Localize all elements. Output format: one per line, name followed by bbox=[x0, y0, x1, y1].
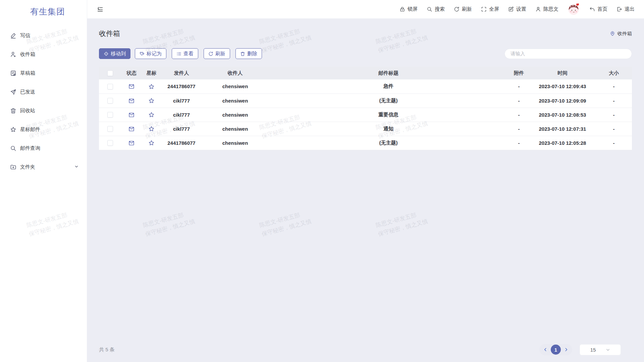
table-row[interactable]: 2441786077 chensiwen (无主题) - 2023-07-10 … bbox=[99, 136, 632, 150]
cell-attachment: - bbox=[508, 79, 529, 94]
cell-subject[interactable]: 重要信息 bbox=[268, 108, 508, 122]
cell-recipient: chensiwen bbox=[202, 94, 268, 108]
refresh-list-label: 刷新 bbox=[215, 51, 225, 57]
row-checkbox[interactable] bbox=[107, 84, 113, 89]
column-header-status: 状态 bbox=[121, 67, 142, 79]
table-row[interactable]: 2441786077 chensiwen 急件 - 2023-07-10 12:… bbox=[99, 79, 632, 94]
user-icon bbox=[535, 6, 541, 12]
search-input[interactable] bbox=[504, 49, 632, 59]
cell-attachment: - bbox=[508, 108, 529, 122]
star-icon[interactable] bbox=[148, 140, 155, 146]
move-to-button[interactable]: 移动到 bbox=[99, 48, 130, 59]
topbar-actions: 锁屏 搜索 刷新 全屏 设置 bbox=[399, 3, 635, 16]
home-label: 首页 bbox=[597, 6, 607, 12]
sidebar-item-label: 回收站 bbox=[20, 108, 35, 114]
star-icon[interactable] bbox=[148, 83, 155, 90]
topbar: 锁屏 搜索 刷新 全屏 设置 bbox=[87, 0, 644, 18]
cell-sender: 2441786077 bbox=[161, 79, 202, 94]
trash-icon bbox=[240, 51, 245, 56]
cell-time: 2023-07-10 12:08:53 bbox=[529, 108, 596, 122]
pencil-line-icon bbox=[10, 33, 16, 39]
send-icon bbox=[10, 89, 16, 95]
select-all-checkbox[interactable] bbox=[107, 70, 113, 76]
sidebar-item-label: 已发送 bbox=[20, 89, 35, 95]
list-icon bbox=[176, 51, 181, 56]
view-button[interactable]: 查看 bbox=[172, 48, 198, 59]
cell-time: 2023-07-10 12:09:09 bbox=[529, 94, 596, 108]
sidebar-item-folders[interactable]: 文件夹 bbox=[0, 158, 87, 176]
current-user[interactable]: 陈思文 bbox=[535, 6, 558, 12]
cell-subject[interactable]: 急件 bbox=[268, 79, 508, 94]
next-page-button[interactable] bbox=[564, 347, 569, 352]
table-header-row: 状态 星标 发件人 收件人 邮件标题 附件 时间 大小 bbox=[99, 67, 632, 79]
lock-icon bbox=[399, 6, 405, 12]
row-checkbox[interactable] bbox=[107, 126, 113, 132]
refresh-icon bbox=[208, 51, 213, 56]
app-logo: 有生集团 bbox=[30, 6, 87, 17]
page-number-button[interactable]: 1 bbox=[551, 345, 561, 355]
star-icon[interactable] bbox=[148, 126, 155, 132]
sidebar-item-drafts[interactable]: 草稿箱 bbox=[0, 64, 87, 82]
lock-screen-button[interactable]: 锁屏 bbox=[399, 6, 418, 12]
chevron-down-icon[interactable] bbox=[74, 164, 79, 170]
sidebar-item-trash[interactable]: 回收站 bbox=[0, 101, 87, 120]
sidebar-item-compose[interactable]: 写信 bbox=[0, 26, 87, 45]
cell-size: - bbox=[596, 136, 632, 150]
tag-icon bbox=[140, 51, 145, 56]
star-icon bbox=[10, 126, 16, 133]
envelope-icon bbox=[128, 112, 135, 118]
edit-square-icon bbox=[508, 6, 514, 12]
table-row[interactable]: cikl777 chensiwen 通知 - 2023-07-10 12:07:… bbox=[99, 122, 632, 136]
page-size-value: 15 bbox=[590, 347, 596, 353]
row-checkbox[interactable] bbox=[107, 98, 113, 104]
envelope-icon bbox=[128, 83, 135, 89]
main-column: 锁屏 搜索 刷新 全屏 设置 bbox=[87, 0, 644, 362]
column-header-subject: 邮件标题 bbox=[268, 67, 508, 79]
row-checkbox[interactable] bbox=[107, 140, 113, 146]
cell-time: 2023-07-10 12:07:31 bbox=[529, 122, 596, 136]
star-icon[interactable] bbox=[148, 112, 155, 118]
refresh-list-button[interactable]: 刷新 bbox=[204, 48, 230, 59]
sidebar-item-label: 写信 bbox=[20, 33, 30, 39]
refresh-button[interactable]: 刷新 bbox=[454, 6, 472, 12]
sidebar-fold-button[interactable] bbox=[97, 6, 103, 13]
sidebar-item-inbox[interactable]: 收件箱 bbox=[0, 45, 87, 64]
table-row[interactable]: cikl777 chensiwen (无主题) - 2023-07-10 12:… bbox=[99, 94, 632, 108]
column-header-attachment: 附件 bbox=[508, 67, 529, 79]
cell-subject[interactable]: 通知 bbox=[268, 122, 508, 136]
row-checkbox[interactable] bbox=[107, 112, 113, 118]
column-header-recipient: 收件人 bbox=[202, 67, 268, 79]
cell-time: 2023-07-10 12:09:43 bbox=[529, 79, 596, 94]
sidebar-item-starred[interactable]: 星标邮件 bbox=[0, 120, 87, 139]
topbar-action-label: 设置 bbox=[516, 6, 526, 12]
sidebar-item-mail-search[interactable]: 邮件查询 bbox=[0, 139, 87, 158]
delete-button[interactable]: 删除 bbox=[235, 48, 262, 59]
mark-as-button[interactable]: 标记为 bbox=[135, 48, 166, 59]
content-area: 收件箱 收件箱 移动到 标记为 查看 bbox=[87, 18, 644, 362]
toolbar: 移动到 标记为 查看 刷新 删除 bbox=[99, 48, 632, 59]
star-icon[interactable] bbox=[148, 98, 155, 104]
sidebar-item-label: 收件箱 bbox=[20, 51, 35, 58]
delete-label: 删除 bbox=[247, 51, 257, 57]
search-button[interactable]: 搜索 bbox=[427, 6, 445, 12]
cell-sender: cikl777 bbox=[161, 108, 202, 122]
page-size-select[interactable]: 15 bbox=[580, 344, 621, 355]
home-button[interactable]: 首页 bbox=[589, 6, 607, 12]
cell-size: - bbox=[596, 94, 632, 108]
prev-page-button[interactable] bbox=[543, 347, 548, 352]
cell-subject[interactable]: (无主题) bbox=[268, 94, 508, 108]
fullscreen-button[interactable]: 全屏 bbox=[481, 6, 499, 12]
logout-button[interactable]: 退出 bbox=[616, 6, 635, 12]
settings-button[interactable]: 设置 bbox=[508, 6, 526, 12]
folder-plus-icon bbox=[10, 164, 16, 170]
location-pin-icon bbox=[610, 31, 615, 36]
cell-subject[interactable]: (无主题) bbox=[268, 136, 508, 150]
chevron-right-icon bbox=[564, 347, 569, 352]
view-label: 查看 bbox=[183, 51, 194, 57]
sidebar-item-sent[interactable]: 已发送 bbox=[0, 82, 87, 101]
sidebar-nav: 写信 收件箱 草稿箱 已发送 回收站 星标邮件 bbox=[0, 26, 87, 176]
avatar[interactable] bbox=[568, 3, 580, 16]
table-row[interactable]: cikl777 chensiwen 重要信息 - 2023-07-10 12:0… bbox=[99, 108, 632, 122]
undo-arrow-icon bbox=[589, 6, 595, 12]
avatar-image bbox=[568, 3, 580, 16]
